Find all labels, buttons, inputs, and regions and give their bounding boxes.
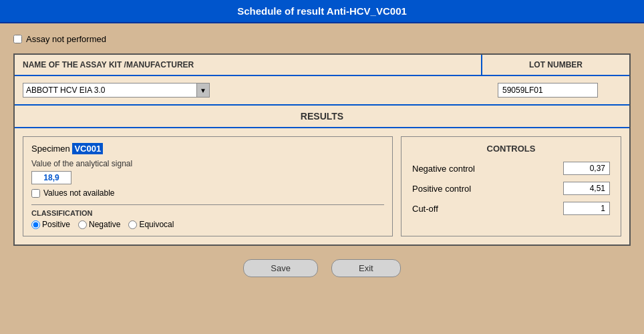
values-not-available-label: Values not available bbox=[43, 188, 115, 198]
specimen-id: VC001 bbox=[72, 143, 103, 154]
classification-label: CLASSIFICATION bbox=[31, 209, 384, 217]
positive-control-row: Positive control bbox=[412, 182, 610, 195]
negative-control-input[interactable] bbox=[563, 162, 610, 175]
negative-label: Negative bbox=[89, 220, 120, 229]
equivocal-label: Equivocal bbox=[139, 220, 174, 229]
cutoff-input[interactable] bbox=[563, 202, 610, 215]
positive-label: Positive bbox=[42, 220, 70, 229]
values-not-available-checkbox[interactable] bbox=[31, 189, 40, 198]
save-button[interactable]: Save bbox=[243, 259, 318, 277]
analytical-signal-label: Value of the analytical signal bbox=[31, 159, 384, 168]
specimen-panel: Specimen VC001 Value of the analytical s… bbox=[23, 136, 393, 236]
negative-option: Negative bbox=[78, 220, 120, 229]
kit-header: NAME OF THE ASSAY KIT /MANUFACTURER LOT … bbox=[15, 55, 629, 76]
kit-name-header: NAME OF THE ASSAY KIT /MANUFACTURER bbox=[15, 55, 482, 75]
kit-select[interactable]: ABBOTT HCV EIA 3.0 bbox=[23, 83, 210, 98]
negative-radio[interactable] bbox=[78, 220, 87, 229]
outer-box: NAME OF THE ASSAY KIT /MANUFACTURER LOT … bbox=[13, 53, 631, 246]
negative-control-label: Negative control bbox=[412, 164, 475, 174]
controls-title: CONTROLS bbox=[412, 144, 610, 154]
positive-control-label: Positive control bbox=[412, 184, 471, 194]
cutoff-label: Cut-off bbox=[412, 204, 438, 214]
positive-radio[interactable] bbox=[31, 220, 40, 229]
analytical-value: 18,9 bbox=[31, 171, 71, 184]
kit-inputs-row: ABBOTT HCV EIA 3.0 ▼ bbox=[15, 76, 629, 106]
positive-option: Positive bbox=[31, 220, 70, 229]
lot-number-input[interactable] bbox=[498, 83, 598, 98]
lot-number-header: LOT NUMBER bbox=[482, 55, 629, 75]
cutoff-row: Cut-off bbox=[412, 202, 610, 215]
negative-control-row: Negative control bbox=[412, 162, 610, 175]
controls-panel: CONTROLS Negative control Positive contr… bbox=[401, 136, 621, 236]
title-bar: Schedule of result Anti-HCV_VC001 bbox=[0, 0, 644, 23]
specimen-text: Specimen bbox=[31, 144, 70, 154]
positive-control-input[interactable] bbox=[563, 182, 610, 195]
classification-section: CLASSIFICATION Positive Negative Equi bbox=[31, 204, 384, 229]
results-header: RESULTS bbox=[15, 106, 629, 128]
assay-not-performed-label: Assay not performed bbox=[26, 34, 106, 44]
assay-not-performed-checkbox[interactable] bbox=[13, 35, 22, 43]
classification-options: Positive Negative Equivocal bbox=[31, 220, 384, 229]
footer: Save Exit bbox=[13, 259, 631, 277]
results-body: Specimen VC001 Value of the analytical s… bbox=[15, 128, 629, 244]
equivocal-option: Equivocal bbox=[128, 220, 174, 229]
specimen-line: Specimen VC001 bbox=[31, 144, 384, 154]
exit-button[interactable]: Exit bbox=[331, 259, 401, 277]
equivocal-radio[interactable] bbox=[128, 220, 137, 229]
